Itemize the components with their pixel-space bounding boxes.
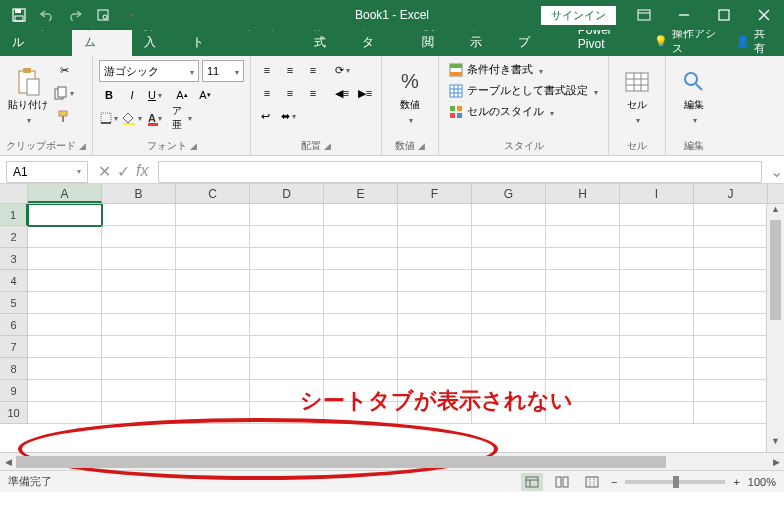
column-header[interactable]: I <box>620 184 694 203</box>
cell[interactable] <box>546 402 620 424</box>
bold-button[interactable]: B <box>99 85 119 105</box>
scroll-down-icon[interactable]: ▼ <box>767 436 784 452</box>
maximize-icon[interactable] <box>704 0 744 30</box>
cell[interactable] <box>176 292 250 314</box>
cut-icon[interactable]: ✂ <box>54 60 74 80</box>
cell[interactable] <box>620 204 694 226</box>
merge-center-icon[interactable]: ⬌ <box>277 106 300 126</box>
cell[interactable] <box>102 204 176 226</box>
ribbon-display-icon[interactable] <box>624 0 664 30</box>
cell[interactable] <box>694 314 768 336</box>
cell[interactable] <box>546 336 620 358</box>
cell[interactable] <box>250 204 324 226</box>
cell[interactable] <box>28 314 102 336</box>
zoom-level[interactable]: 100% <box>748 476 776 488</box>
redo-icon[interactable] <box>66 6 84 24</box>
column-header[interactable]: B <box>102 184 176 203</box>
cell[interactable] <box>472 248 546 270</box>
font-name-select[interactable]: 游ゴシック <box>99 60 199 82</box>
cell[interactable] <box>398 380 472 402</box>
cell[interactable] <box>398 358 472 380</box>
column-header[interactable]: D <box>250 184 324 203</box>
cell[interactable] <box>176 380 250 402</box>
align-middle-icon[interactable]: ≡ <box>280 60 300 80</box>
increase-font-icon[interactable]: A▴ <box>172 85 192 105</box>
cell[interactable] <box>620 248 694 270</box>
cell[interactable] <box>472 226 546 248</box>
cell[interactable] <box>398 248 472 270</box>
cell[interactable] <box>398 314 472 336</box>
cell[interactable] <box>176 358 250 380</box>
cell[interactable] <box>176 402 250 424</box>
conditional-formatting-button[interactable]: 条件付き書式 <box>445 60 547 79</box>
column-header[interactable]: J <box>694 184 768 203</box>
cell[interactable] <box>324 292 398 314</box>
cell[interactable] <box>324 248 398 270</box>
orientation-icon[interactable]: ⟳ <box>332 60 352 80</box>
cell[interactable] <box>250 402 324 424</box>
increase-indent-icon[interactable]: ▶≡ <box>355 83 375 103</box>
cell[interactable] <box>694 402 768 424</box>
cell[interactable] <box>472 380 546 402</box>
scrollbar-thumb[interactable] <box>16 456 666 468</box>
wrap-text-icon[interactable]: ↩ <box>257 106 274 126</box>
row-header[interactable]: 8 <box>0 358 28 380</box>
cell[interactable] <box>398 204 472 226</box>
row-header[interactable]: 5 <box>0 292 28 314</box>
cell[interactable] <box>472 270 546 292</box>
cell[interactable] <box>102 248 176 270</box>
row-header[interactable]: 9 <box>0 380 28 402</box>
undo-icon[interactable] <box>38 6 56 24</box>
page-layout-view-icon[interactable] <box>551 473 573 491</box>
zoom-slider[interactable] <box>625 480 725 484</box>
cell[interactable] <box>472 314 546 336</box>
cell[interactable] <box>472 336 546 358</box>
cell[interactable] <box>102 292 176 314</box>
print-preview-icon[interactable] <box>94 6 112 24</box>
cell[interactable] <box>250 336 324 358</box>
select-all-corner[interactable] <box>0 184 28 203</box>
cell[interactable] <box>250 292 324 314</box>
qat-customize-icon[interactable] <box>122 6 140 24</box>
cell[interactable] <box>398 226 472 248</box>
cell[interactable] <box>472 358 546 380</box>
cell[interactable] <box>546 270 620 292</box>
row-header[interactable]: 1 <box>0 204 28 226</box>
cell[interactable] <box>324 314 398 336</box>
cell[interactable] <box>694 248 768 270</box>
cell[interactable] <box>324 204 398 226</box>
row-header[interactable]: 3 <box>0 248 28 270</box>
cell[interactable] <box>546 358 620 380</box>
cell[interactable] <box>28 204 102 226</box>
border-icon[interactable] <box>99 108 119 128</box>
column-header[interactable]: H <box>546 184 620 203</box>
zoom-in-button[interactable]: + <box>733 476 739 488</box>
format-painter-icon[interactable] <box>54 106 74 126</box>
row-header[interactable]: 6 <box>0 314 28 336</box>
scroll-left-icon[interactable]: ◀ <box>0 453 16 470</box>
underline-button[interactable]: U <box>145 85 165 105</box>
cell[interactable] <box>472 292 546 314</box>
row-header[interactable]: 2 <box>0 226 28 248</box>
row-header[interactable]: 7 <box>0 336 28 358</box>
cell[interactable] <box>694 292 768 314</box>
phonetic-icon[interactable]: ア亜 <box>172 108 192 128</box>
fill-color-icon[interactable] <box>122 108 142 128</box>
cell[interactable] <box>250 226 324 248</box>
cell[interactable] <box>28 336 102 358</box>
cell[interactable] <box>176 336 250 358</box>
cell[interactable] <box>102 402 176 424</box>
align-center-icon[interactable]: ≡ <box>280 83 300 103</box>
font-color-icon[interactable]: A <box>145 108 165 128</box>
copy-icon[interactable] <box>54 83 74 103</box>
vertical-scrollbar[interactable]: ▲ ▼ <box>766 204 784 452</box>
cell[interactable] <box>620 270 694 292</box>
cell[interactable] <box>620 314 694 336</box>
cell[interactable] <box>694 336 768 358</box>
cell[interactable] <box>620 226 694 248</box>
cell[interactable] <box>546 380 620 402</box>
column-header[interactable]: A <box>28 184 102 203</box>
editing-button[interactable]: 編集 <box>672 60 716 132</box>
cell[interactable] <box>28 248 102 270</box>
decrease-font-icon[interactable]: A▾ <box>195 85 215 105</box>
